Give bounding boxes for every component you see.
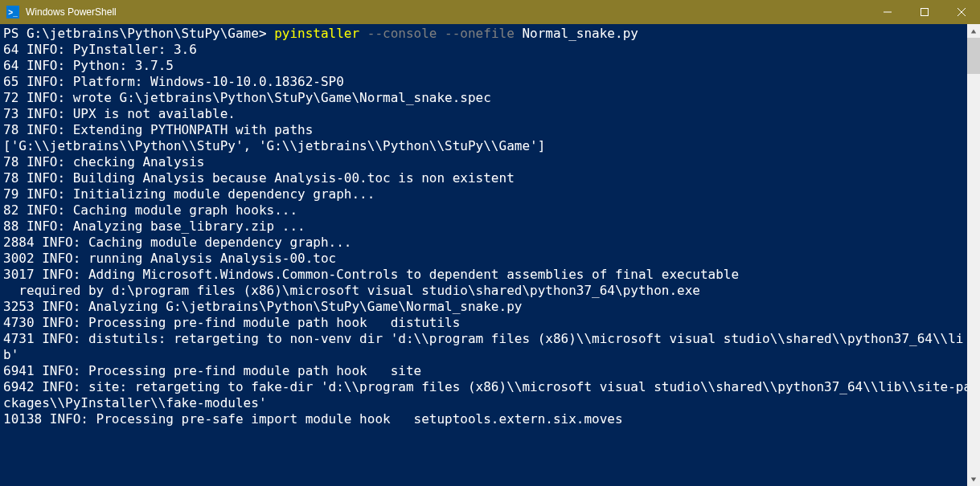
vertical-scrollbar[interactable] <box>967 24 980 486</box>
output-line: 78 INFO: Building Analysis because Analy… <box>3 170 515 186</box>
prompt-path: PS G:\jetbrains\Python\StuPy\Game> <box>3 26 274 41</box>
minimize-button[interactable] <box>869 0 906 24</box>
output-line: 82 INFO: Caching module graph hooks... <box>3 202 297 218</box>
command-name: pyinstaller <box>274 26 367 41</box>
terminal-output[interactable]: PS G:\jetbrains\Python\StuPy\Game> pyins… <box>0 24 980 486</box>
output-line: 6941 INFO: Processing pre-find module pa… <box>3 363 421 378</box>
output-line: required by d:\program files (x86)\micro… <box>3 283 700 298</box>
output-line: 72 INFO: wrote G:\jetbrains\Python\StuPy… <box>3 90 491 105</box>
output-line: 78 INFO: Extending PYTHONPATH with paths <box>3 122 313 137</box>
output-line: 3002 INFO: running Analysis Analysis-00.… <box>3 251 336 266</box>
maximize-button[interactable] <box>906 0 943 24</box>
scroll-down-button[interactable] <box>967 472 980 486</box>
output-line: 65 INFO: Platform: Windows-10-10.0.18362… <box>3 74 344 89</box>
output-line: 2884 INFO: Caching module dependency gra… <box>3 235 351 250</box>
scrollbar-thumb[interactable] <box>967 38 980 74</box>
output-line: 79 INFO: Initializing module dependency … <box>3 186 375 202</box>
output-line: 64 INFO: Python: 3.7.5 <box>3 58 174 73</box>
output-line: 3017 INFO: Adding Microsoft.Windows.Comm… <box>3 267 739 282</box>
output-line: 78 INFO: checking Analysis <box>3 154 204 169</box>
close-button[interactable] <box>943 0 980 24</box>
titlebar[interactable]: >_ Windows PowerShell <box>0 0 980 24</box>
output-line: 64 INFO: PyInstaller: 3.6 <box>3 42 197 57</box>
output-line: 6942 INFO: site: retargeting to fake-dir… <box>3 379 971 410</box>
scroll-up-button[interactable] <box>967 24 980 38</box>
svg-rect-1 <box>921 9 929 16</box>
output-line: 4730 INFO: Processing pre-find module pa… <box>3 315 460 330</box>
powershell-icon: >_ <box>6 6 19 18</box>
window-controls <box>869 0 980 24</box>
command-arg: Normal_snake.py <box>522 26 638 41</box>
output-line: 4731 INFO: distutils: retargeting to non… <box>3 331 963 362</box>
output-line: 3253 INFO: Analyzing G:\jetbrains\Python… <box>3 299 522 314</box>
output-line: 73 INFO: UPX is not available. <box>3 106 236 121</box>
output-line: 10138 INFO: Processing pre-safe import m… <box>3 411 623 427</box>
output-line: 88 INFO: Analyzing base_library.zip ... <box>3 218 305 234</box>
svg-marker-4 <box>971 29 976 33</box>
command-flags: --console --onefile <box>367 26 523 41</box>
window-title: Windows PowerShell <box>24 6 869 18</box>
svg-marker-5 <box>971 477 976 481</box>
output-line: ['G:\\jetbrains\\Python\\StuPy', 'G:\\je… <box>3 138 545 153</box>
